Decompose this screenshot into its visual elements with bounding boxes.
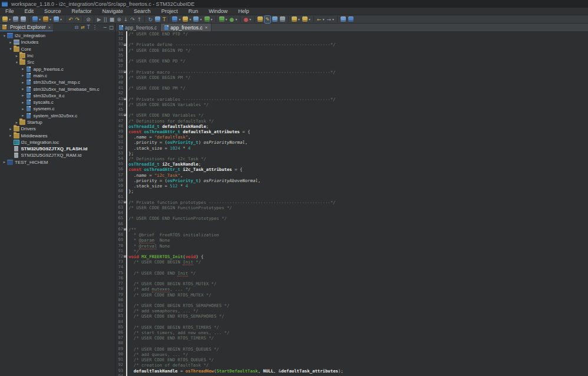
line-number[interactable]: 33: [115, 42, 123, 47]
expand-arrow-icon[interactable]: ▸: [14, 54, 19, 58]
expand-arrow-icon[interactable]: ▸: [21, 93, 26, 98]
tree-item-system-stm32u5xx-c[interactable]: ▸system_stm32u5xx.c: [0, 113, 115, 119]
build-icon[interactable]: ▾: [42, 16, 52, 23]
line-number[interactable]: 67: [115, 227, 123, 232]
expand-arrow-icon[interactable]: ▸: [14, 120, 19, 125]
line-number[interactable]: 93: [115, 368, 123, 374]
menu-item-search[interactable]: Search: [128, 8, 156, 15]
forward-icon[interactable]: →▾: [326, 16, 335, 23]
clipboard-icon[interactable]: [279, 16, 286, 23]
line-number[interactable]: 65: [115, 216, 123, 221]
tree-item-core[interactable]: ▾Core: [0, 46, 115, 52]
line-number[interactable]: 82: [115, 308, 123, 314]
menu-item-source[interactable]: Source: [39, 8, 67, 15]
filters-icon[interactable]: T: [87, 24, 90, 31]
view-menu-icon[interactable]: ⋮: [93, 24, 97, 31]
line-number[interactable]: 64: [115, 210, 123, 216]
line-number[interactable]: 83: [115, 314, 123, 319]
line-number[interactable]: 69: [115, 238, 123, 243]
expand-arrow-icon[interactable]: ▸: [8, 40, 14, 45]
build-dropdown-icon[interactable]: ▾: [49, 17, 51, 21]
menu-item-window[interactable]: Window: [203, 8, 233, 15]
line-number[interactable]: 61: [115, 194, 123, 200]
project-explorer-view-tab[interactable]: Project Explorer ×: [0, 24, 53, 31]
terminate-icon[interactable]: ■: [109, 16, 115, 23]
fold-collapse-icon[interactable]: [124, 201, 126, 203]
edit-mode-icon[interactable]: ✎: [265, 16, 270, 23]
line-number[interactable]: 87: [115, 335, 123, 341]
line-number[interactable]: 90: [115, 352, 123, 357]
expand-arrow-icon[interactable]: ▸: [21, 100, 26, 105]
tree-item-stm32u5g9zjtxq-ram-ld[interactable]: STM32U5G9ZJTXQ_RAM.ld: [0, 152, 115, 159]
line-number[interactable]: 68: [115, 232, 123, 238]
annotations-dropdown-icon[interactable]: ▾: [309, 17, 310, 21]
line-number[interactable]: 79: [115, 292, 123, 298]
pin-console-icon[interactable]: T: [162, 16, 167, 23]
tree-item-stm32u5xx-it-c[interactable]: ▸stm32u5xx_it.c: [0, 93, 115, 99]
disconnect-icon[interactable]: ⊗: [116, 16, 122, 23]
device-configuration-icon[interactable]: ▾: [32, 16, 41, 23]
tree-item-inc[interactable]: ▸Inc: [0, 52, 115, 59]
fold-collapse-icon[interactable]: [124, 44, 126, 46]
debug-icon[interactable]: ▾: [171, 16, 181, 23]
fold-collapse-icon[interactable]: [124, 228, 126, 230]
line-number[interactable]: 78: [115, 286, 123, 292]
line-number[interactable]: 47: [115, 118, 123, 124]
expand-arrow-icon[interactable]: ▸: [21, 113, 26, 118]
redo-icon[interactable]: ↷: [75, 16, 81, 23]
line-number[interactable]: 45: [115, 107, 123, 113]
copy-qualified-name-icon[interactable]: [272, 16, 278, 23]
line-number[interactable]: 73: [115, 259, 123, 265]
editor-tab-0-app-freertos-c[interactable]: app_freertos.c: [115, 24, 161, 31]
line-number[interactable]: 91: [115, 357, 123, 362]
line-number[interactable]: 59: [115, 183, 123, 189]
line-number[interactable]: 56: [115, 167, 123, 172]
line-number[interactable]: 50: [115, 134, 123, 140]
expand-arrow-icon[interactable]: ▸: [21, 87, 26, 91]
forward-dropdown-icon[interactable]: ▾: [332, 17, 334, 21]
pin-editor-icon[interactable]: [348, 16, 354, 23]
tree-item-stm32u5g9zjtxq-flash-ld[interactable]: STM32U5G9ZJTXQ_FLASH.ld: [0, 146, 115, 152]
line-number[interactable]: 72: [115, 254, 123, 259]
external-tools-dropdown-icon[interactable]: ▾: [200, 17, 201, 21]
line-number[interactable]: 77: [115, 281, 123, 286]
editor-presentation-icon[interactable]: [340, 16, 346, 23]
line-number[interactable]: 32: [115, 37, 123, 42]
line-number[interactable]: 81: [115, 303, 123, 308]
line-number[interactable]: 48: [115, 124, 123, 129]
line-number[interactable]: 58: [115, 178, 123, 183]
line-number[interactable]: 60: [115, 189, 123, 194]
run-icon[interactable]: ▾: [182, 16, 191, 23]
menu-item-edit[interactable]: Edit: [19, 8, 39, 15]
menu-item-refactor[interactable]: Refactor: [67, 8, 97, 15]
tree-item-stm32u5xx-hal-msp-c[interactable]: ▸stm32u5xx_hal_msp.c: [0, 79, 115, 85]
run-history-dropdown-icon[interactable]: ▾: [226, 17, 227, 21]
step-over-icon[interactable]: ↷: [130, 16, 136, 23]
maximize-icon[interactable]: □: [109, 24, 114, 31]
new-source-file-icon[interactable]: ▾: [53, 16, 62, 23]
link-with-editor-icon[interactable]: ⇄: [81, 24, 85, 31]
fold-collapse-icon[interactable]: [124, 71, 126, 73]
new-wizard-icon[interactable]: ▾: [2, 16, 11, 23]
line-number[interactable]: 42: [115, 91, 123, 96]
tree-item-stm32u5xx-hal-timebase-tim-c[interactable]: ▸stm32u5xx_hal_timebase_tim.c: [0, 85, 115, 92]
expand-arrow-icon[interactable]: ▸: [8, 127, 14, 131]
open-task-icon[interactable]: [257, 16, 263, 23]
line-number[interactable]: 39: [115, 75, 123, 80]
fold-collapse-icon[interactable]: [124, 114, 126, 116]
tree-item-startup[interactable]: ▸Startup: [0, 119, 115, 126]
coverage-icon[interactable]: ▾: [204, 16, 213, 23]
line-number[interactable]: 49: [115, 129, 123, 134]
line-number[interactable]: 62: [115, 200, 123, 205]
line-number[interactable]: 52: [115, 146, 123, 151]
collapse-arrow-icon[interactable]: ▾: [8, 47, 14, 51]
line-number[interactable]: 46: [115, 113, 123, 118]
line-number[interactable]: 34: [115, 48, 123, 53]
line-number[interactable]: 35: [115, 53, 123, 58]
run-history-icon[interactable]: ▾: [219, 16, 228, 23]
menu-item-help[interactable]: Help: [233, 8, 255, 15]
expand-arrow-icon[interactable]: ▸: [21, 80, 26, 85]
line-number[interactable]: 31: [115, 31, 123, 37]
line-number[interactable]: 85: [115, 325, 123, 330]
line-number[interactable]: 55: [115, 161, 123, 167]
